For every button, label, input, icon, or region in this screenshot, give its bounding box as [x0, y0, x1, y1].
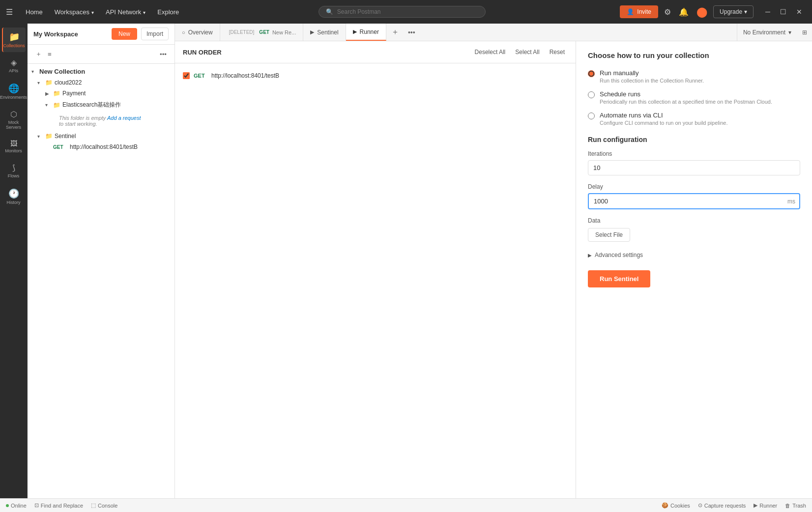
search-icon: 🔍	[326, 8, 333, 15]
run-option-manually: Run manually Run this collection in the …	[588, 69, 800, 84]
cookies-icon: 🍪	[662, 502, 668, 509]
invite-button[interactable]: 👤 Invite	[620, 5, 658, 18]
run-option-schedule: Schedule runs Periodically run this coll…	[588, 90, 800, 105]
folder-icon: 📁	[53, 102, 60, 109]
sidebar-item-mock-servers[interactable]: ⬡ Mock Servers	[2, 106, 26, 134]
data-label: Data	[588, 217, 800, 224]
sidebar-item-flows[interactable]: ⟆ Flows	[2, 159, 26, 182]
add-collection-button[interactable]: ＋	[33, 48, 44, 60]
tab-bar: ○ Overview [DELETED] GET New Re... ▶ Sen…	[175, 24, 812, 41]
run-collection-button[interactable]: Run Sentinel	[588, 270, 650, 287]
chevron-down-icon: ▾	[31, 69, 37, 74]
nav-api-network[interactable]: API Network▾	[101, 6, 150, 18]
environments-icon: 🌐	[8, 83, 19, 94]
advanced-settings-label: Advanced settings	[595, 252, 643, 258]
new-button[interactable]: New	[112, 28, 137, 40]
collections-list: ▾ New Collection ▾ 📁 cloud2022 ▶ 📁 Payme…	[28, 64, 174, 498]
run-order-title: RUN ORDER	[183, 49, 466, 56]
run-list: GET http://localhost:8401/testB	[175, 63, 576, 498]
tab-runner[interactable]: ▶ Runner	[346, 24, 386, 41]
capture-requests-button[interactable]: ⊙ Capture requests	[698, 502, 746, 509]
avatar-icon[interactable]: ⬤	[695, 4, 709, 20]
iterations-input[interactable]	[588, 160, 800, 175]
delay-input[interactable]	[588, 193, 800, 209]
upgrade-button[interactable]: Upgrade ▾	[713, 5, 754, 18]
advanced-settings-toggle[interactable]: ▶ Advanced settings	[588, 252, 800, 258]
folder-name: cloud2022	[55, 79, 82, 86]
method-badge: GET	[53, 144, 68, 150]
view-toggle-button[interactable]: ⊞	[797, 24, 812, 41]
tab-deleted[interactable]: [DELETED] GET New Re...	[220, 24, 304, 41]
trash-button[interactable]: 🗑 Trash	[785, 503, 806, 509]
import-button[interactable]: Import	[141, 28, 169, 40]
runner-status-button[interactable]: ▶ Runner	[754, 502, 777, 509]
search-input[interactable]	[337, 8, 478, 15]
main-layout: 📁 Collections ◈ APIs 🌐 Environments ⬡ Mo…	[0, 24, 812, 498]
maximize-button[interactable]: ☐	[776, 6, 790, 18]
folder-icon: 📁	[45, 79, 53, 86]
schedule-runs-label: Schedule runs	[600, 90, 772, 98]
flows-icon: ⟆	[12, 163, 15, 172]
close-button[interactable]: ✕	[792, 6, 806, 18]
folder-icon: 📁	[53, 90, 60, 97]
more-options-button[interactable]: •••	[158, 49, 169, 60]
nav-home[interactable]: Home	[21, 6, 48, 18]
automate-cli-radio[interactable]	[588, 113, 595, 119]
delay-suffix: ms	[787, 198, 795, 205]
nav-workspaces[interactable]: Workspaces▾	[50, 6, 99, 18]
find-replace-icon: ⊡	[34, 502, 39, 509]
window-controls: ─ ☐ ✕	[761, 6, 806, 18]
minimize-button[interactable]: ─	[761, 6, 774, 18]
notifications-icon[interactable]: 🔔	[677, 5, 691, 19]
online-label: Online	[11, 503, 27, 509]
runner-play-icon: ▶	[353, 28, 357, 35]
invite-icon: 👤	[627, 8, 634, 15]
folder-cloud2022[interactable]: ▾ 📁 cloud2022	[28, 77, 174, 88]
runner-config-title: Choose how to run your collection	[588, 51, 800, 59]
run-manually-radio[interactable]	[588, 70, 595, 77]
add-request-link[interactable]: Add a request	[107, 115, 141, 121]
search-container: 🔍	[188, 6, 616, 18]
collection-root[interactable]: ▾ New Collection	[28, 66, 174, 77]
tab-add-button[interactable]: ＋	[386, 24, 404, 41]
settings-icon[interactable]: ⚙	[662, 5, 673, 19]
request-item[interactable]: ▶ GET http://localhost:8401/testB	[28, 142, 174, 152]
content-area: RUN ORDER Deselect All Select All Reset …	[175, 41, 812, 498]
run-order-header: RUN ORDER Deselect All Select All Reset	[175, 41, 576, 63]
find-replace-button[interactable]: ⊡ Find and Replace	[34, 502, 83, 509]
folder-payment[interactable]: ▶ 📁 Payment	[28, 88, 174, 99]
console-button[interactable]: ⬚ Console	[91, 502, 117, 509]
sort-button[interactable]: ≡	[46, 49, 54, 60]
sidebar-item-apis[interactable]: ◈ APIs	[2, 54, 26, 77]
tab-more-button[interactable]: •••	[404, 24, 419, 41]
sidebar-item-monitors[interactable]: 🖼 Monitors	[2, 136, 26, 157]
folder-sentinel[interactable]: ▾ 📁 Sentinel	[28, 131, 174, 142]
run-url: http://localhost:8401/testB	[211, 72, 279, 79]
deselect-all-button[interactable]: Deselect All	[472, 47, 509, 57]
sidebar-item-collections[interactable]: 📁 Collections	[2, 28, 26, 52]
delay-input-container: ms	[588, 193, 800, 209]
tab-overview[interactable]: ○ Overview	[175, 24, 220, 41]
overview-icon: ○	[182, 29, 185, 35]
chevron-right-icon: ▶	[45, 91, 51, 96]
delay-field: Delay ms	[588, 183, 800, 209]
select-file-button[interactable]: Select File	[588, 228, 630, 242]
sidebar-item-environments[interactable]: 🌐 Environments	[2, 79, 26, 104]
cookies-button[interactable]: 🍪 Cookies	[662, 502, 690, 509]
data-section: Data Select File	[588, 217, 800, 242]
titlebar: ☰ Home Workspaces▾ API Network▾ Explore …	[0, 0, 812, 24]
folder-elasticsearch[interactable]: ▾ 📁 Elasticsearch基础操作	[28, 99, 174, 111]
menu-icon[interactable]: ☰	[6, 7, 13, 17]
deleted-badge: [DELETED]	[227, 29, 257, 35]
schedule-runs-radio[interactable]	[588, 91, 595, 98]
tab-sentinel[interactable]: ▶ Sentinel	[303, 24, 346, 41]
nav-explore[interactable]: Explore	[152, 6, 184, 18]
select-all-button[interactable]: Select All	[512, 47, 542, 57]
reset-button[interactable]: Reset	[547, 47, 568, 57]
search-box[interactable]: 🔍	[319, 6, 486, 18]
sidebar-item-history[interactable]: 🕐 History	[2, 184, 26, 209]
status-online[interactable]: Online	[6, 503, 27, 509]
run-item-checkbox[interactable]	[183, 72, 190, 79]
env-selector[interactable]: No Environment ▾	[737, 24, 797, 41]
play-icon: ▶	[310, 29, 314, 35]
